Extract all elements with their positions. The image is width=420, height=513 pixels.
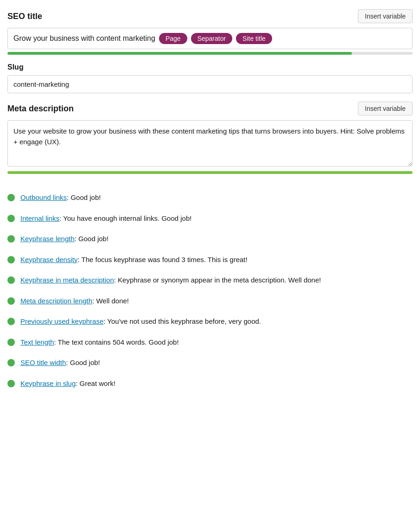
keyphrase-meta-link[interactable]: Keyphrase in meta description bbox=[20, 276, 114, 284]
meta-description-header: Meta description Insert variable bbox=[7, 102, 413, 115]
green-dot-icon bbox=[7, 256, 15, 263]
meta-description-progress-bar-container bbox=[7, 171, 413, 174]
checklist-item-meta-length: Meta description length: Well done! bbox=[7, 296, 413, 307]
outbound-links-message: : Good job! bbox=[67, 193, 101, 201]
meta-description-label: Meta description bbox=[7, 104, 74, 114]
green-dot-icon bbox=[7, 276, 15, 284]
checklist-item-seo-title-width: SEO title width: Good job! bbox=[7, 358, 413, 368]
site-title-pill[interactable]: Site title bbox=[236, 33, 272, 44]
checklist-item-keyphrase-length: Keyphrase length: Good job! bbox=[7, 234, 413, 244]
keyphrase-length-link[interactable]: Keyphrase length bbox=[20, 235, 75, 243]
checklist-item-keyphrase-slug: Keyphrase in slug: Great work! bbox=[7, 378, 413, 389]
meta-description-progress-bar-fill bbox=[7, 171, 413, 174]
green-dot-icon bbox=[7, 318, 15, 325]
seo-title-header: SEO title Insert variable bbox=[7, 9, 413, 23]
previously-used-keyphrase-link[interactable]: Previously used keyphrase bbox=[20, 317, 103, 325]
slug-label: Slug bbox=[7, 63, 413, 71]
seo-checklist: Outbound links: Good job! Internal links… bbox=[7, 192, 413, 389]
slug-input[interactable] bbox=[7, 75, 413, 93]
meta-insert-variable-button[interactable]: Insert variable bbox=[358, 102, 413, 115]
seo-title-label: SEO title bbox=[7, 12, 42, 21]
meta-description-length-message: : Well done! bbox=[92, 297, 129, 305]
green-dot-icon bbox=[7, 194, 15, 201]
green-dot-icon bbox=[7, 339, 15, 346]
seo-title-progress-bar-fill bbox=[7, 52, 352, 55]
keyphrase-density-message: : The focus keyphrase was found 3 times.… bbox=[77, 256, 247, 263]
checklist-item-keyphrase-density: Keyphrase density: The focus keyphrase w… bbox=[7, 255, 413, 265]
text-length-message: : The text contains 504 words. Good job! bbox=[54, 338, 179, 346]
green-dot-icon bbox=[7, 297, 15, 305]
text-length-link[interactable]: Text length bbox=[20, 338, 54, 346]
slug-section: Slug bbox=[7, 63, 413, 93]
green-dot-icon bbox=[7, 359, 15, 366]
keyphrase-in-slug-link[interactable]: Keyphrase in slug bbox=[20, 379, 76, 387]
internal-links-link[interactable]: Internal links bbox=[20, 214, 59, 222]
green-dot-icon bbox=[7, 380, 15, 387]
keyphrase-length-message: : Good job! bbox=[75, 235, 108, 243]
checklist-item-previously-used: Previously used keyphrase: You've not us… bbox=[7, 316, 413, 327]
keyphrase-meta-message: : Keyphrase or synonym appear in the met… bbox=[114, 276, 321, 284]
seo-title-width-message: : Good job! bbox=[66, 359, 100, 366]
seo-title-width-link[interactable]: SEO title width bbox=[20, 359, 66, 366]
keyphrase-in-slug-message: : Great work! bbox=[76, 379, 115, 387]
keyphrase-density-link[interactable]: Keyphrase density bbox=[20, 256, 77, 263]
seo-title-field[interactable]: Grow your business with content marketin… bbox=[7, 28, 413, 49]
checklist-item-internal-links: Internal links: You have enough internal… bbox=[7, 213, 413, 224]
seo-title-section: SEO title Insert variable Grow your busi… bbox=[7, 9, 413, 55]
seo-title-progress-bar-container bbox=[7, 52, 413, 55]
seo-title-text: Grow your business with content marketin… bbox=[13, 34, 155, 43]
checklist-item-keyphrase-meta: Keyphrase in meta description: Keyphrase… bbox=[7, 275, 413, 286]
meta-description-section: Meta description Insert variable Use you… bbox=[7, 102, 413, 174]
checklist-item-text-length: Text length: The text contains 504 words… bbox=[7, 337, 413, 348]
separator-pill[interactable]: Separator bbox=[191, 33, 232, 44]
checklist-item-outbound-links: Outbound links: Good job! bbox=[7, 192, 413, 203]
meta-description-textarea[interactable]: Use your website to grow your business w… bbox=[7, 120, 413, 167]
seo-insert-variable-button[interactable]: Insert variable bbox=[358, 9, 413, 23]
previously-used-keyphrase-message: : You've not used this keyphrase before,… bbox=[103, 317, 261, 325]
green-dot-icon bbox=[7, 235, 15, 243]
page-pill[interactable]: Page bbox=[159, 33, 187, 44]
outbound-links-link[interactable]: Outbound links bbox=[20, 193, 67, 201]
green-dot-icon bbox=[7, 215, 15, 222]
meta-description-length-link[interactable]: Meta description length bbox=[20, 297, 92, 305]
internal-links-message: : You have enough internal links. Good j… bbox=[59, 214, 191, 222]
